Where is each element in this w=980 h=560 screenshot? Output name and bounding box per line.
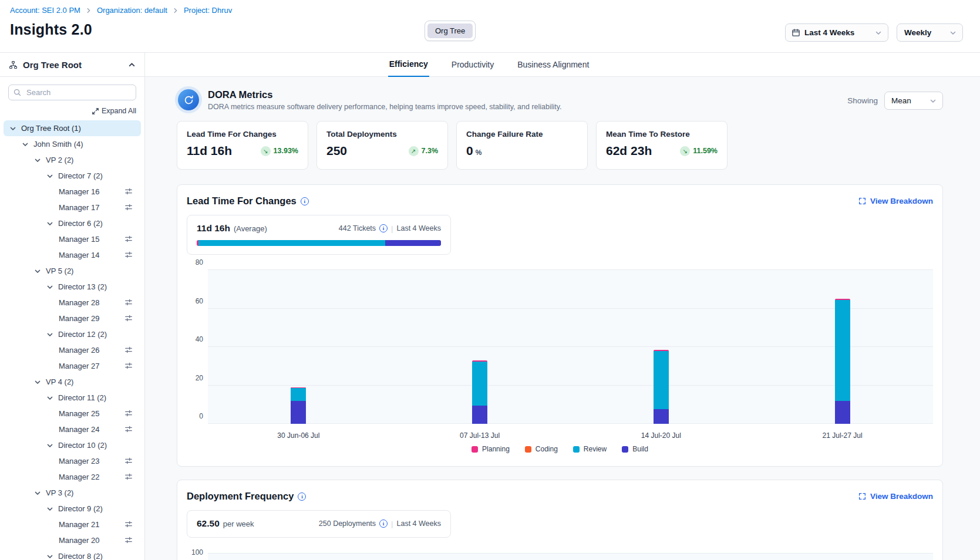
tab-business-alignment[interactable]: Business Alignment [516, 60, 590, 76]
breadcrumb-organization[interactable]: Organization: default [97, 6, 167, 15]
info-icon[interactable]: i [301, 197, 309, 205]
tree-item-manager-20[interactable]: Manager 20 [4, 532, 141, 548]
info-icon[interactable]: i [379, 224, 388, 232]
sliders-icon[interactable] [124, 298, 133, 306]
bar-segment-planning [835, 299, 850, 300]
tree-item-label: Manager 22 [59, 473, 99, 481]
sliders-icon[interactable] [124, 457, 133, 465]
tree-item-director-7-2[interactable]: Director 7 (2) [4, 168, 141, 184]
sliders-icon[interactable] [124, 473, 133, 481]
header-controls: Last 4 Weeks Weekly [785, 23, 963, 42]
tree-item-manager-27[interactable]: Manager 27 [4, 358, 141, 374]
showing-dropdown[interactable]: Mean [884, 92, 943, 110]
tree-item-org-tree-root-1[interactable]: Org Tree Root (1) [4, 120, 141, 136]
legend-label: Review [584, 445, 607, 453]
breadcrumb-project[interactable]: Project: Dhruv [184, 6, 232, 15]
tree-item-director-8-2[interactable]: Director 8 (2) [4, 548, 141, 560]
legend-swatch-build [622, 446, 628, 453]
lead-time-section: Lead Time For Changes i View Breakdown 1… [177, 184, 943, 467]
tree-item-director-9-2[interactable]: Director 9 (2) [4, 501, 141, 517]
bar-segment-review [654, 351, 669, 410]
legend-item-build[interactable]: Build [622, 445, 648, 453]
interval-dropdown[interactable]: Weekly [897, 23, 963, 42]
legend-item-review[interactable]: Review [573, 445, 607, 453]
tree-item-manager-16[interactable]: Manager 16 [4, 184, 141, 200]
deployment-summary-card: 62.50 per week 250 Deployments i | Last … [187, 510, 451, 538]
tree-item-manager-26[interactable]: Manager 26 [4, 342, 141, 358]
tree-item-label: Director 11 (2) [58, 393, 106, 402]
dora-metrics-header: DORA Metrics DORA metrics measure softwa… [177, 88, 943, 112]
sliders-icon[interactable] [124, 187, 133, 195]
sliders-icon[interactable] [124, 362, 133, 370]
tab-efficiency[interactable]: Efficiency [388, 59, 429, 77]
xlabel-1: 30 Jun-06 Jul [277, 431, 319, 440]
info-icon[interactable]: i [379, 519, 388, 528]
content-scroll-area[interactable]: DORA Metrics DORA metrics measure softwa… [145, 77, 980, 560]
org-tree-toggle-button[interactable]: Org Tree [427, 23, 473, 38]
tree-item-vp-4-2[interactable]: VP 4 (2) [4, 374, 141, 390]
lead-time-stage-bar [197, 240, 441, 246]
breadcrumb: Account: SEI 2.0 PM Organization: defaul… [10, 6, 232, 15]
metric-card-change-failure-rate: Change Failure Rate0% [456, 121, 588, 170]
expand-breakdown-icon [858, 197, 866, 205]
sliders-icon[interactable] [124, 235, 133, 243]
search-input[interactable] [8, 85, 136, 100]
sidebar-title: Org Tree Root [23, 60, 123, 70]
tree-item-manager-23[interactable]: Manager 23 [4, 453, 141, 469]
deployment-frequency-title: Deployment Frequency [187, 491, 294, 502]
legend-item-planning[interactable]: Planning [472, 445, 510, 453]
sliders-icon[interactable] [124, 425, 133, 433]
tree-item-manager-21[interactable]: Manager 21 [4, 517, 141, 532]
tree-item-manager-28[interactable]: Manager 28 [4, 295, 141, 311]
view-breakdown-label: View Breakdown [870, 197, 933, 205]
tree-item-manager-25[interactable]: Manager 25 [4, 406, 141, 421]
stage-segment-review [198, 240, 385, 246]
tree-item-vp-3-2[interactable]: VP 3 (2) [4, 485, 141, 501]
tree-item-director-10-2[interactable]: Director 10 (2) [4, 437, 141, 453]
sliders-icon[interactable] [124, 346, 133, 354]
org-tree-list: Org Tree Root (1)John Smith (4)VP 2 (2)D… [0, 120, 144, 560]
tree-item-label: Manager 28 [59, 298, 99, 307]
tree-item-vp-5-2[interactable]: VP 5 (2) [4, 263, 141, 279]
sliders-icon[interactable] [124, 536, 133, 544]
deployment-view-breakdown[interactable]: View Breakdown [858, 492, 933, 501]
tree-item-vp-2-2[interactable]: VP 2 (2) [4, 152, 141, 168]
tab-productivity[interactable]: Productivity [450, 60, 495, 76]
expand-breakdown-icon [858, 492, 866, 500]
tree-item-label: Manager 24 [59, 425, 99, 434]
trend-up-icon: ↗ [409, 146, 419, 156]
tree-item-manager-14[interactable]: Manager 14 [4, 247, 141, 263]
sliders-icon[interactable] [124, 203, 133, 211]
expand-all-button[interactable]: Expand All [92, 107, 136, 115]
tree-item-director-6-2[interactable]: Director 6 (2) [4, 215, 141, 231]
lead-time-view-breakdown[interactable]: View Breakdown [858, 197, 933, 205]
expand-all-icon [92, 108, 99, 114]
tree-item-manager-17[interactable]: Manager 17 [4, 200, 141, 215]
date-range-dropdown[interactable]: Last 4 Weeks [785, 23, 888, 42]
bar-segment-build [472, 406, 487, 424]
tree-item-manager-24[interactable]: Manager 24 [4, 421, 141, 437]
trend-badge: ↘13.93% [261, 146, 298, 156]
tree-item-label: Manager 29 [59, 314, 99, 323]
tree-item-manager-15[interactable]: Manager 15 [4, 231, 141, 247]
tree-item-director-12-2[interactable]: Director 12 (2) [4, 326, 141, 342]
legend-item-coding[interactable]: Coding [525, 445, 558, 453]
sliders-icon[interactable] [124, 314, 133, 322]
dora-title: DORA Metrics [208, 89, 562, 100]
info-icon[interactable]: i [298, 492, 306, 501]
tree-item-label: Manager 17 [59, 203, 99, 212]
breadcrumb-account[interactable]: Account: SEI 2.0 PM [10, 6, 80, 15]
tree-item-director-11-2[interactable]: Director 11 (2) [4, 390, 141, 406]
gridline-60 [208, 308, 933, 309]
sliders-icon[interactable] [124, 409, 133, 417]
legend-label: Build [632, 445, 648, 453]
tree-item-john-smith-4[interactable]: John Smith (4) [4, 136, 141, 152]
collapse-chevron-icon[interactable] [128, 61, 136, 69]
metric-card-mean-time-to-restore: Mean Time To Restore62d 23h↘11.59% [596, 121, 728, 170]
tree-item-manager-22[interactable]: Manager 22 [4, 469, 141, 485]
metric-unit: % [476, 149, 482, 157]
sliders-icon[interactable] [124, 520, 133, 528]
tree-item-manager-29[interactable]: Manager 29 [4, 311, 141, 326]
sliders-icon[interactable] [124, 251, 133, 259]
tree-item-director-13-2[interactable]: Director 13 (2) [4, 279, 141, 295]
